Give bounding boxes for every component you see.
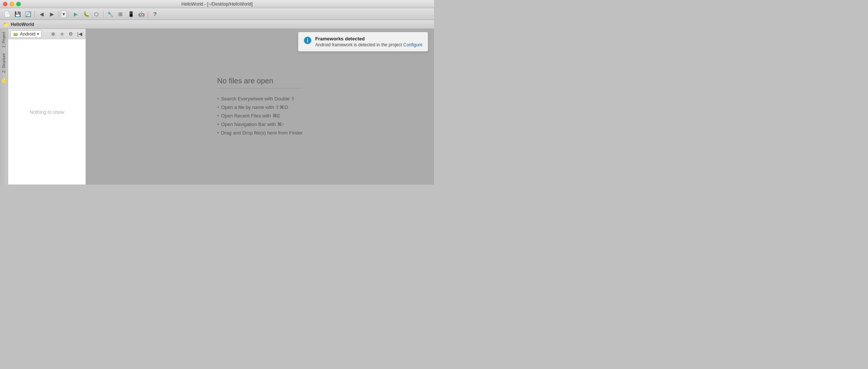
svg-point-4 — [16, 34, 17, 34]
locate-button[interactable]: ⊕ — [49, 30, 57, 38]
editor-area: i Frameworks detected Android framework … — [86, 29, 434, 184]
separator-5 — [148, 11, 148, 17]
breadcrumb-bar: 📁 HelloWorld — [0, 20, 434, 29]
settings-button[interactable]: ⚙ — [67, 30, 74, 38]
structure-panel-label[interactable]: Z: Structure — [1, 50, 7, 76]
folder-icon: 📁 — [3, 21, 9, 27]
main-toolbar: 📄 💾 🔄 ◀ ▶ ▾ ▶ 🐛 ⬡ 🔧 ⊞ 📱 🤖 ? — [0, 8, 434, 20]
configure-link[interactable]: Configure — [403, 42, 423, 47]
content-area: 1: Project Z: Structure ⭐ Android ▾ — [0, 29, 434, 184]
view-dropdown[interactable]: Android ▾ — [10, 30, 42, 38]
layout-button[interactable]: ⊞ — [116, 10, 125, 19]
svg-point-3 — [14, 34, 15, 34]
hint-5: Drag and Drop file(s) here from Finder — [217, 129, 303, 137]
project-name: HelloWorld — [11, 22, 34, 27]
nothing-to-show-label: Nothing to show — [30, 109, 64, 115]
save-button[interactable]: 💾 — [13, 10, 22, 19]
breadcrumb[interactable]: 📁 HelloWorld — [3, 21, 34, 27]
hints-list: Search Everywhere with Double ⇧ Open a f… — [217, 94, 303, 137]
sync-button[interactable]: 🔄 — [23, 10, 33, 19]
separator-4 — [103, 11, 103, 17]
project-panel-label[interactable]: 1: Project — [1, 29, 7, 50]
svg-point-7 — [14, 32, 14, 32]
svg-rect-1 — [13, 34, 14, 35]
no-files-area: No files are open Search Everywhere with… — [210, 69, 310, 144]
favorites-icon[interactable]: ⭐ — [1, 77, 7, 83]
no-files-title: No files are open — [217, 77, 303, 89]
window-title: HelloWorld - [~/Desktop/HelloWorld] — [182, 1, 253, 7]
hint-3: Open Recent Files with ⌘E — [217, 112, 303, 120]
project-panel: Android ▾ ⊕ ≑ ⚙ |◀ Nothing to show — [8, 29, 86, 184]
title-bar: HelloWorld - [~/Desktop/HelloWorld] — [0, 0, 434, 8]
notification-body: Android framework is detected in the pro… — [315, 42, 423, 47]
svg-rect-0 — [14, 33, 17, 36]
hint-1: Search Everywhere with Double ⇧ — [217, 94, 303, 103]
panel-toolbar: Android ▾ ⊕ ≑ ⚙ |◀ — [8, 29, 86, 39]
avd-button[interactable]: 📱 — [126, 10, 136, 19]
android-sdk-button[interactable]: 🤖 — [136, 10, 146, 19]
hint-4: Open Navigation Bar with ⌘↑ — [217, 120, 303, 129]
notification-content: Frameworks detected Android framework is… — [315, 36, 423, 47]
expand-button[interactable]: ≑ — [58, 30, 66, 38]
run-config-dropdown[interactable]: ▾ — [61, 10, 67, 18]
close-button[interactable] — [3, 2, 7, 6]
gradle-button[interactable]: 🔧 — [105, 10, 115, 19]
panel-content: Nothing to show — [8, 39, 86, 184]
forward-button[interactable]: ▶ — [47, 10, 57, 19]
dropdown-chevron-icon: ▾ — [63, 11, 65, 17]
run-button[interactable]: ▶ — [71, 10, 80, 19]
maximize-button[interactable] — [16, 2, 21, 6]
svg-rect-2 — [17, 34, 18, 35]
android-icon — [13, 31, 18, 37]
hint-2: Open a file by name with ⇧⌘O — [217, 103, 303, 112]
window-controls — [3, 2, 21, 6]
minimize-button[interactable] — [10, 2, 14, 6]
separator-3 — [69, 11, 69, 17]
view-dropdown-label: Android — [20, 31, 35, 37]
separator-1 — [34, 11, 35, 17]
notification-title: Frameworks detected — [315, 36, 423, 41]
back-button[interactable]: ◀ — [37, 10, 46, 19]
debug-button[interactable]: 🐛 — [81, 10, 91, 19]
notification-icon: i — [304, 36, 312, 46]
notification-banner: i Frameworks detected Android framework … — [298, 32, 428, 51]
dropdown-arrow-icon: ▾ — [37, 32, 39, 36]
new-file-button[interactable]: 📄 — [2, 10, 12, 19]
separator-2 — [59, 11, 59, 17]
close-panel-button[interactable]: |◀ — [76, 30, 83, 38]
svg-point-8 — [17, 32, 17, 32]
build-button[interactable]: ⬡ — [92, 10, 101, 19]
svg-text:i: i — [307, 37, 308, 43]
sidebar-strip: 1: Project Z: Structure ⭐ — [0, 29, 8, 184]
help-button[interactable]: ? — [150, 10, 160, 19]
